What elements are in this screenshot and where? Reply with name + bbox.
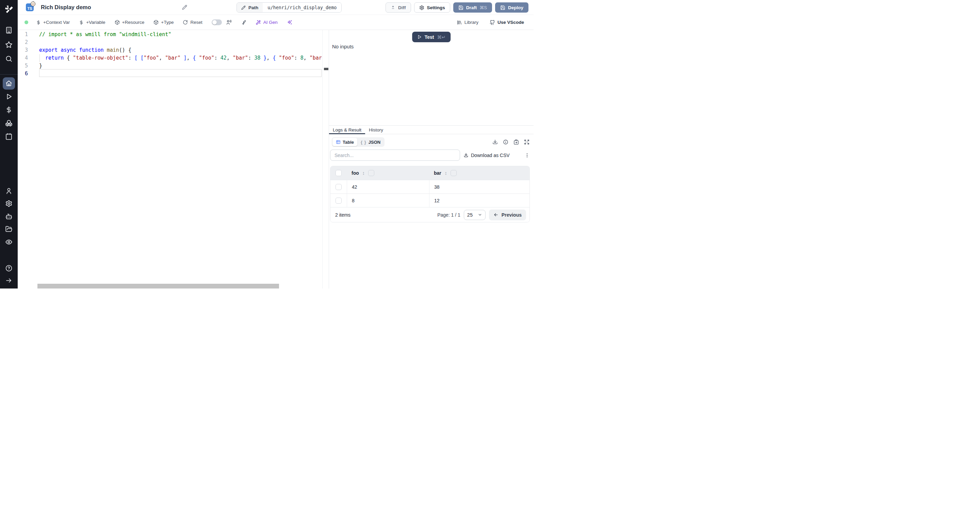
pin-column-foo[interactable] <box>368 170 374 176</box>
sidebar-item-home[interactable] <box>3 77 15 89</box>
use-vscode-button[interactable]: Use VScode <box>490 20 524 25</box>
editor-horizontal-scrollbar[interactable] <box>37 284 279 289</box>
save-icon <box>500 5 505 10</box>
sidebar-item-variables-dollar-icon[interactable] <box>5 106 13 113</box>
package-icon <box>153 20 159 25</box>
add-type-button[interactable]: +Type <box>153 20 173 25</box>
code-line[interactable]: 3export async function main() { <box>18 46 322 54</box>
view-toggle-table[interactable]: Table <box>332 138 357 146</box>
page-title: Rich Display demo <box>41 4 91 11</box>
items-count: 2 items <box>335 212 350 218</box>
download-icon[interactable] <box>492 139 498 145</box>
diff-button[interactable]: Diff <box>385 2 411 13</box>
settings-button[interactable]: Settings <box>414 2 450 13</box>
column-header-bar[interactable]: bar <box>434 170 441 176</box>
sparkles-icon[interactable] <box>287 20 292 25</box>
collapse-sidebar-arrow-right-icon[interactable] <box>5 277 13 284</box>
result-table-footer: 2 items Page: 1 / 1 25 Previous <box>331 207 530 222</box>
cell-bar: 38 <box>429 180 530 193</box>
column-header-foo[interactable]: foo <box>352 170 359 176</box>
panel-splitter[interactable] <box>322 30 329 289</box>
code-line[interactable]: 1// import * as wmill from "windmill-cli… <box>18 31 322 38</box>
windmill-logo[interactable] <box>4 4 14 14</box>
path-pencil-icon <box>241 5 246 10</box>
sidebar-item-audit-eye-icon[interactable] <box>5 238 13 246</box>
dollar-icon <box>36 20 41 25</box>
run-header: Test ⌘↵ No inputs <box>329 30 533 125</box>
draft-button[interactable]: Draft ⌘S <box>453 2 492 13</box>
code-line[interactable]: 5} <box>18 62 322 70</box>
no-inputs-label: No inputs <box>332 44 353 49</box>
table-row: 4238 <box>331 180 530 193</box>
sort-bar-icon[interactable]: ↕ <box>445 170 447 176</box>
sidebar-item-settings-gear-icon[interactable] <box>5 200 13 207</box>
edit-summary-pencil-icon[interactable] <box>182 5 187 10</box>
path-value[interactable]: u/henri/rich_display_demo <box>263 3 341 12</box>
code-line[interactable]: 6 <box>18 70 322 78</box>
library-icon <box>457 20 462 25</box>
deploy-button[interactable]: Deploy <box>495 2 528 13</box>
multiplayer-toggle[interactable] <box>212 19 222 25</box>
add-variable-button[interactable]: +Variable <box>79 20 105 25</box>
top-bar: TS Rich Display demo Path u/henri/rich_d… <box>18 0 533 15</box>
test-button[interactable]: Test ⌘↵ <box>412 32 451 42</box>
code-line[interactable]: 2 <box>18 38 322 46</box>
path-label: Path <box>237 3 263 12</box>
sidebar-item-schedules-calendar-icon[interactable] <box>5 133 13 140</box>
magic-wand-icon <box>256 20 261 25</box>
line-number: 6 <box>18 70 32 78</box>
sidebar-item-runs-play-icon[interactable] <box>5 93 13 100</box>
tab-logs-result[interactable]: Logs & Result <box>329 126 365 134</box>
cell-foo: 8 <box>347 194 429 207</box>
sidebar-item-folders-icon[interactable] <box>5 225 13 233</box>
multiplayer-users-icon[interactable] <box>226 19 232 25</box>
previous-page-button[interactable]: Previous <box>489 209 526 220</box>
code-editor[interactable]: 1// import * as wmill from "windmill-cli… <box>18 30 322 289</box>
line-number: 2 <box>18 38 32 46</box>
top-actions: Diff Settings Draft ⌘S Deploy <box>385 2 528 13</box>
braces-icon: { } <box>361 140 366 145</box>
workspace-building-icon[interactable] <box>5 27 13 34</box>
table-row: 812 <box>331 193 530 207</box>
package-icon <box>115 20 120 25</box>
sidebar-item-workers-bot-icon[interactable] <box>5 213 13 220</box>
reset-button[interactable]: Reset <box>183 20 202 25</box>
ai-gen-button[interactable]: AI Gen <box>256 20 278 25</box>
info-icon[interactable] <box>503 139 508 145</box>
sidebar-item-resources-boxes-icon[interactable] <box>5 120 13 127</box>
row-checkbox[interactable] <box>336 184 342 190</box>
kebab-menu-icon[interactable] <box>524 153 530 158</box>
select-all-checkbox[interactable] <box>336 170 342 176</box>
code-line[interactable]: 4 return { "table-row-object": [ ["foo",… <box>18 54 322 62</box>
result-table: foo ↕ bar ↕ 4238812 2 items Page: 1 / 1 … <box>330 166 530 222</box>
favorites-star-icon[interactable] <box>5 41 13 48</box>
line-number: 5 <box>18 62 32 70</box>
reset-rotate-icon <box>183 20 188 25</box>
result-action-icons <box>492 139 530 145</box>
result-controls: Table { } JSON <box>329 137 533 147</box>
search-icon[interactable] <box>5 55 13 62</box>
diff-plus-minus-icon <box>391 5 395 10</box>
windmill-script-editor: TS Rich Display demo Path u/henri/rich_d… <box>0 0 533 289</box>
add-resource-button[interactable]: +Resource <box>115 20 145 25</box>
add-context-var-button[interactable]: +Context Var <box>36 20 70 25</box>
search-input[interactable] <box>330 150 460 161</box>
view-toggle-json[interactable]: { } JSON <box>357 138 384 146</box>
download-csv-button[interactable]: Download as CSV <box>463 153 510 158</box>
pin-column-bar[interactable] <box>450 170 457 176</box>
sort-foo-icon[interactable]: ↕ <box>363 170 365 176</box>
test-shortcut: ⌘↵ <box>437 34 445 40</box>
copy-to-clipboard-icon[interactable] <box>514 139 519 145</box>
row-checkbox[interactable] <box>336 198 342 204</box>
library-button[interactable]: Library <box>457 20 479 25</box>
help-icon[interactable] <box>5 265 13 272</box>
expand-icon[interactable] <box>524 139 530 145</box>
download-icon <box>463 153 469 158</box>
run-panel: Test ⌘↵ No inputs Logs & Result History … <box>329 30 533 289</box>
format-paintbrush-icon[interactable] <box>241 20 247 25</box>
path-control[interactable]: Path u/henri/rich_display_demo <box>237 2 342 13</box>
page-size-select[interactable]: 25 <box>464 210 485 220</box>
arrow-left-icon <box>493 212 498 217</box>
tab-history[interactable]: History <box>365 126 387 134</box>
sidebar-item-users-icon[interactable] <box>5 187 13 195</box>
